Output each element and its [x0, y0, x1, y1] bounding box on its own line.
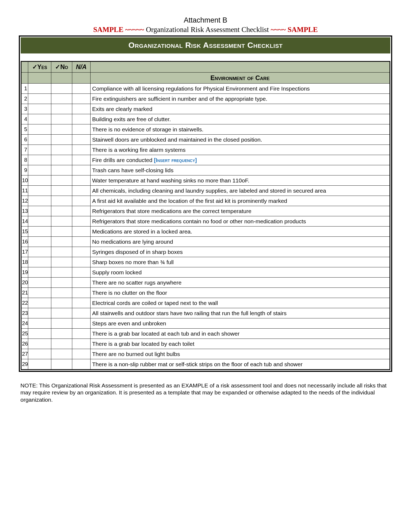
checkbox-na[interactable]	[72, 237, 91, 247]
checkbox-no[interactable]	[51, 94, 72, 104]
checkbox-yes[interactable]	[28, 247, 51, 257]
checkbox-na[interactable]	[72, 186, 91, 196]
checkbox-yes[interactable]	[28, 278, 51, 288]
checkbox-yes[interactable]	[28, 196, 51, 206]
section-pad	[28, 73, 51, 84]
checkbox-no[interactable]	[51, 349, 72, 359]
checkbox-na[interactable]	[72, 359, 91, 370]
table-row: 19Supply room locked	[21, 267, 390, 278]
checkbox-yes[interactable]	[28, 206, 51, 216]
table-row: 9Trash cans have self-closing lids	[21, 165, 390, 175]
checkbox-yes[interactable]	[28, 135, 51, 145]
checkbox-na[interactable]	[72, 216, 91, 227]
checkbox-yes[interactable]	[28, 318, 51, 329]
checkbox-yes[interactable]	[28, 114, 51, 124]
checkbox-na[interactable]	[72, 84, 91, 94]
checkbox-na[interactable]	[72, 247, 91, 257]
checkbox-na[interactable]	[72, 318, 91, 329]
checkbox-na[interactable]	[72, 196, 91, 206]
checkbox-na[interactable]	[72, 308, 91, 318]
checkbox-yes[interactable]	[28, 94, 51, 104]
checkbox-no[interactable]	[51, 124, 72, 135]
checkbox-yes[interactable]	[28, 339, 51, 349]
checkbox-yes[interactable]	[28, 227, 51, 237]
checkbox-na[interactable]	[72, 145, 91, 155]
sample-watermark-line: SAMPLE ~~~~~ Organizational Risk Assessm…	[19, 26, 392, 34]
row-text: There is no evidence of storage in stair…	[92, 126, 203, 132]
row-description: A first aid kit available and the locati…	[91, 196, 390, 206]
checkbox-no[interactable]	[51, 114, 72, 124]
checkbox-no[interactable]	[51, 308, 72, 318]
checkbox-na[interactable]	[72, 155, 91, 165]
checkbox-no[interactable]	[51, 267, 72, 278]
row-text: There is a grab bar located at each tub …	[92, 330, 240, 337]
checkbox-no[interactable]	[51, 318, 72, 329]
checkbox-yes[interactable]	[28, 237, 51, 247]
checkbox-no[interactable]	[51, 227, 72, 237]
checkbox-no[interactable]	[51, 165, 72, 175]
checkbox-yes[interactable]	[28, 186, 51, 196]
checkbox-no[interactable]	[51, 104, 72, 114]
checkbox-na[interactable]	[72, 288, 91, 298]
checkbox-na[interactable]	[72, 135, 91, 145]
checkbox-na[interactable]	[72, 298, 91, 308]
checkbox-na[interactable]	[72, 257, 91, 267]
checkbox-no[interactable]	[51, 257, 72, 267]
checkbox-no[interactable]	[51, 237, 72, 247]
table-row: 5There is no evidence of storage in stai…	[21, 124, 390, 135]
checkbox-no[interactable]	[51, 247, 72, 257]
col-head-number	[21, 62, 28, 73]
row-description: There is no clutter on the floor	[91, 288, 390, 298]
table-row: 22Electrical cords are coiled or taped n…	[21, 298, 390, 308]
checkbox-na[interactable]	[72, 227, 91, 237]
checkbox-yes[interactable]	[28, 104, 51, 114]
checkbox-yes[interactable]	[28, 155, 51, 165]
checkbox-no[interactable]	[51, 278, 72, 288]
checkbox-no[interactable]	[51, 196, 72, 206]
footer-note: NOTE: This Organizational Risk Assessmen…	[19, 382, 392, 403]
checkbox-na[interactable]	[72, 165, 91, 175]
checkbox-no[interactable]	[51, 145, 72, 155]
checkbox-no[interactable]	[51, 155, 72, 165]
checkbox-na[interactable]	[72, 124, 91, 135]
checkbox-no[interactable]	[51, 216, 72, 227]
checkbox-no[interactable]	[51, 175, 72, 186]
checkbox-yes[interactable]	[28, 124, 51, 135]
row-number: 1	[21, 84, 28, 94]
checkbox-na[interactable]	[72, 94, 91, 104]
checkbox-yes[interactable]	[28, 145, 51, 155]
checkbox-yes[interactable]	[28, 288, 51, 298]
checkbox-yes[interactable]	[28, 257, 51, 267]
checkbox-na[interactable]	[72, 206, 91, 216]
checkbox-no[interactable]	[51, 84, 72, 94]
row-description: No medications are lying around	[91, 237, 390, 247]
checkbox-no[interactable]	[51, 288, 72, 298]
checkbox-na[interactable]	[72, 349, 91, 359]
checkbox-yes[interactable]	[28, 216, 51, 227]
checkbox-na[interactable]	[72, 278, 91, 288]
checkbox-yes[interactable]	[28, 329, 51, 339]
checkbox-no[interactable]	[51, 359, 72, 370]
checkbox-na[interactable]	[72, 104, 91, 114]
checkbox-no[interactable]	[51, 329, 72, 339]
checkbox-na[interactable]	[72, 267, 91, 278]
checkbox-no[interactable]	[51, 298, 72, 308]
checkbox-yes[interactable]	[28, 349, 51, 359]
checkbox-no[interactable]	[51, 339, 72, 349]
checkbox-yes[interactable]	[28, 165, 51, 175]
checkbox-no[interactable]	[51, 186, 72, 196]
checkbox-yes[interactable]	[28, 267, 51, 278]
checkbox-na[interactable]	[72, 339, 91, 349]
checkbox-na[interactable]	[72, 114, 91, 124]
checkbox-yes[interactable]	[28, 84, 51, 94]
row-description: Supply room locked	[91, 267, 390, 278]
checkbox-yes[interactable]	[28, 308, 51, 318]
checkbox-na[interactable]	[72, 329, 91, 339]
checkbox-no[interactable]	[51, 135, 72, 145]
checkbox-yes[interactable]	[28, 298, 51, 308]
checkbox-na[interactable]	[72, 175, 91, 186]
checkbox-no[interactable]	[51, 206, 72, 216]
checkbox-yes[interactable]	[28, 175, 51, 186]
row-number: 11	[21, 186, 28, 196]
checkbox-yes[interactable]	[28, 359, 51, 370]
